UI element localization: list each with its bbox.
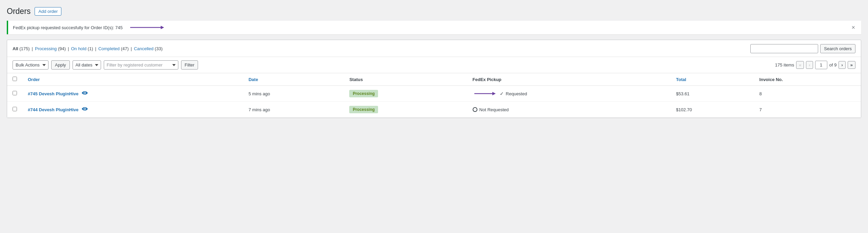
orders-content-area: All (175) | Processing (94) | On hold (1…: [7, 40, 861, 118]
tab-on-hold-link[interactable]: On hold: [71, 46, 86, 51]
fedex-circle-icon: [473, 107, 477, 112]
fedex-status-text: Requested: [506, 91, 527, 96]
select-all-checkbox[interactable]: [13, 77, 17, 81]
filters-right: 175 items « ‹ of 9 › »: [775, 61, 855, 69]
fedex-check-icon: ✓: [500, 91, 504, 96]
tab-processing[interactable]: Processing (94): [35, 46, 66, 51]
first-page-button[interactable]: «: [796, 61, 804, 69]
column-fedex-pickup: FedEx Pickup: [467, 73, 671, 86]
last-page-button[interactable]: »: [848, 61, 855, 69]
row-checkbox-cell: [7, 102, 22, 118]
filters-bar: Bulk Actions Apply All dates Filter by r…: [7, 57, 861, 73]
column-order[interactable]: Order: [22, 73, 243, 86]
row-status-cell: Processing: [344, 86, 467, 102]
table-header-row: Order Date Status FedEx Pickup Total Inv…: [7, 73, 861, 86]
tab-cancelled[interactable]: Cancelled (33): [134, 46, 163, 51]
view-order-icon[interactable]: [82, 106, 88, 112]
page-of-label: of 9: [829, 62, 837, 67]
row-checkbox-cell: [7, 86, 22, 102]
search-orders-button[interactable]: Search orders: [820, 44, 855, 53]
row-fedex-cell: Not Requested: [467, 102, 671, 118]
table-row: #745 Devesh PluginHive 5 mins ago Proces…: [7, 86, 861, 102]
status-badge: Processing: [349, 90, 378, 97]
row-order-cell: #744 Devesh PluginHive: [22, 102, 243, 118]
notice-bar: FedEx pickup requested succesfully for O…: [7, 21, 861, 34]
orders-table: Order Date Status FedEx Pickup Total Inv…: [7, 73, 861, 118]
search-input[interactable]: [750, 44, 818, 53]
next-page-button[interactable]: ›: [839, 61, 845, 69]
tab-completed-link[interactable]: Completed: [98, 46, 120, 51]
page-number-input[interactable]: [815, 61, 827, 69]
search-area: Search orders: [750, 44, 855, 53]
row-checkbox[interactable]: [13, 107, 17, 111]
column-total[interactable]: Total: [671, 73, 754, 86]
tab-cancelled-link[interactable]: Cancelled: [134, 46, 154, 51]
row-order-cell: #745 Devesh PluginHive: [22, 86, 243, 102]
page-title: Orders: [7, 7, 31, 16]
row-invoice-cell: 7: [754, 102, 861, 118]
row-fedex-cell: ✓ Requested: [467, 86, 671, 102]
select-all-header: [7, 73, 22, 86]
row-checkbox[interactable]: [13, 91, 17, 95]
row-total-cell: $102.70: [671, 102, 754, 118]
bulk-actions-select[interactable]: Bulk Actions: [13, 60, 48, 70]
filter-button[interactable]: Filter: [181, 60, 198, 70]
prev-page-button[interactable]: ‹: [806, 61, 813, 69]
view-order-icon[interactable]: [82, 91, 88, 96]
tab-on-hold[interactable]: On hold (1): [71, 46, 93, 51]
add-order-button[interactable]: Add order: [35, 7, 61, 16]
tab-all[interactable]: All (175): [13, 46, 30, 51]
row-status-cell: Processing: [344, 102, 467, 118]
notice-text: FedEx pickup requested succesfully for O…: [13, 25, 123, 30]
filters-left: Bulk Actions Apply All dates Filter by r…: [13, 60, 198, 70]
table-row: #744 Devesh PluginHive 7 mins ago Proces…: [7, 102, 861, 118]
fedex-status-text: Not Requested: [479, 107, 509, 112]
row-date-cell: 5 mins ago: [243, 86, 344, 102]
row-date-cell: 7 mins ago: [243, 102, 344, 118]
tab-processing-link[interactable]: Processing: [35, 46, 57, 51]
status-badge: Processing: [349, 106, 378, 113]
apply-button[interactable]: Apply: [51, 60, 70, 70]
svg-marker-1: [161, 26, 164, 29]
column-status: Status: [344, 73, 467, 86]
tabs-bar: All (175) | Processing (94) | On hold (1…: [7, 40, 861, 57]
customer-filter-select[interactable]: Filter by registered customer: [104, 60, 178, 70]
order-link[interactable]: #745 Devesh PluginHive: [28, 91, 79, 96]
date-filter-select[interactable]: All dates: [73, 60, 101, 70]
column-date[interactable]: Date: [243, 73, 344, 86]
notice-arrow-icon: [127, 24, 167, 31]
row-total-cell: $53.61: [671, 86, 754, 102]
row-arrow-icon: [473, 91, 496, 97]
notice-close-button[interactable]: ×: [850, 24, 856, 31]
order-link[interactable]: #744 Devesh PluginHive: [28, 107, 79, 112]
row-invoice-cell: 8: [754, 86, 861, 102]
tab-completed[interactable]: Completed (47): [98, 46, 129, 51]
column-invoice: Invoice No.: [754, 73, 861, 86]
notice-content: FedEx pickup requested succesfully for O…: [13, 24, 167, 31]
items-count: 175 items: [775, 62, 794, 67]
tabs-list: All (175) | Processing (94) | On hold (1…: [13, 46, 162, 51]
svg-marker-3: [492, 92, 496, 95]
